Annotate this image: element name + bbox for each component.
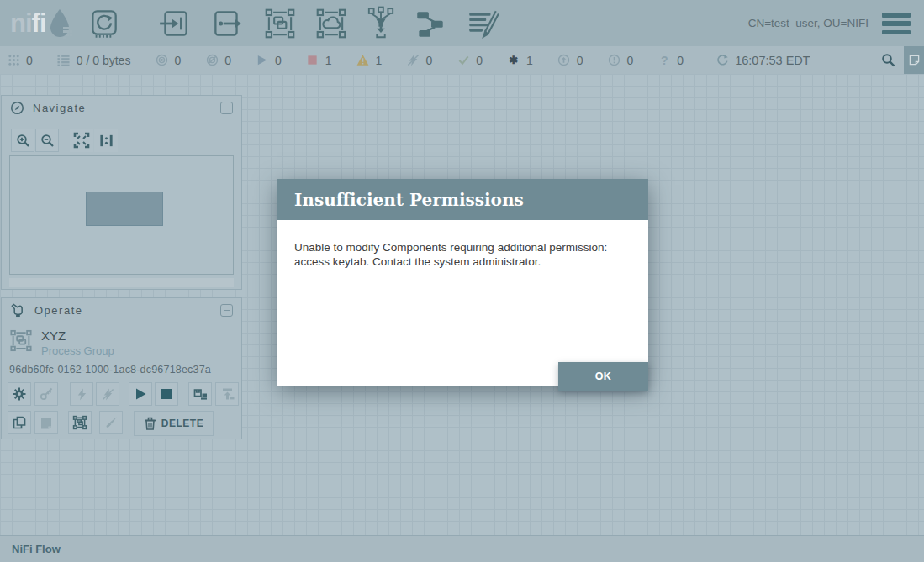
- delete-button-label: DELETE: [161, 418, 203, 429]
- stale-icon: [557, 54, 571, 67]
- birdseye-view[interactable]: [9, 155, 234, 275]
- compass-icon: [10, 101, 24, 115]
- hand-icon: [10, 302, 24, 318]
- birdseye-component-rect[interactable]: [86, 192, 163, 226]
- process-group-badge-icon: [8, 327, 34, 357]
- queued-icon: [57, 54, 71, 67]
- app-header: nifi: [0, 0, 924, 46]
- breadcrumb-nifi-flow[interactable]: NiFi Flow: [12, 543, 61, 555]
- zoom-fit-button[interactable]: [70, 129, 93, 152]
- remote-transmitting-icon: [155, 54, 168, 67]
- logo-text-ni: ni: [10, 8, 32, 39]
- nifi-droplet-icon: [48, 7, 75, 40]
- component-type: Process Group: [41, 344, 114, 357]
- navigate-collapse-button[interactable]: [220, 102, 233, 114]
- stat-invalid: 1: [356, 54, 383, 67]
- stat-value: 1: [376, 54, 383, 67]
- copy-button[interactable]: [8, 411, 31, 434]
- current-user-label: CN=test_user, OU=NIFI: [748, 0, 869, 46]
- zoom-out-button[interactable]: [35, 129, 59, 152]
- stat-value: 0: [677, 54, 684, 67]
- dialog-header: Insufficient Permissions: [277, 179, 648, 220]
- component-id: 96db60fc-0162-1000-1ac8-dc96718ec37a: [9, 364, 211, 376]
- upload-template-button: [215, 382, 239, 406]
- disabled-icon: [406, 54, 420, 67]
- save-template-button[interactable]: [188, 382, 212, 406]
- stat-value: 0: [627, 54, 634, 67]
- stat-queued: 0 / 0 bytes: [57, 54, 131, 67]
- dialog-message: Unable to modify Components requiring ad…: [294, 240, 631, 269]
- start-button[interactable]: [129, 382, 152, 406]
- stat-sync-failure: ? 0: [657, 54, 684, 67]
- stat-value: 0: [275, 54, 282, 67]
- stat-running: 0: [256, 54, 282, 67]
- insufficient-permissions-dialog: Insufficient Permissions Unable to modif…: [277, 179, 648, 386]
- input-port-icon[interactable]: [156, 4, 194, 43]
- global-menu-icon[interactable]: [882, 13, 911, 34]
- logo-text-fi: fi: [32, 8, 46, 39]
- locally-modified-stale-icon: [608, 54, 621, 67]
- stat-stale: 0: [557, 54, 583, 67]
- birdseye-brush[interactable]: [9, 278, 234, 287]
- paste-button: [34, 411, 58, 434]
- stat-up-to-date: 0: [457, 54, 483, 67]
- stat-locally-modified: ✱ 1: [507, 54, 533, 67]
- stat-value: 0 / 0 bytes: [77, 54, 131, 67]
- component-name: XYZ: [41, 328, 114, 343]
- sync-failure-icon: ?: [657, 54, 671, 67]
- stop-button[interactable]: [155, 382, 178, 406]
- processor-icon[interactable]: [85, 4, 124, 43]
- delete-button[interactable]: DELETE: [134, 411, 214, 436]
- stat-remote-transmitting: 0: [155, 54, 181, 67]
- refresh-time: 16:07:53 EDT: [735, 54, 810, 67]
- running-icon: [256, 54, 269, 67]
- up-to-date-icon: [457, 54, 470, 67]
- trash-icon: [144, 417, 156, 430]
- remote-not-transmitting-icon: [205, 54, 219, 67]
- operate-panel: Operate XYZ Process Group 96db60fc-0162-…: [1, 297, 242, 439]
- ok-button[interactable]: OK: [558, 362, 648, 391]
- stat-disabled: 0: [406, 54, 432, 67]
- zoom-actual-size-button[interactable]: [94, 129, 118, 152]
- process-group-icon[interactable]: [261, 4, 299, 43]
- stat-value: 0: [476, 54, 483, 67]
- nifi-app-window: nifi: [0, 0, 924, 562]
- bulletin-board-button[interactable]: [904, 46, 924, 74]
- stat-value: 0: [425, 54, 432, 67]
- stat-last-refresh: 16:07:53 EDT: [716, 54, 810, 67]
- disable-button: [96, 382, 119, 406]
- nifi-logo: nifi: [10, 6, 75, 41]
- remote-process-group-icon[interactable]: [312, 4, 351, 43]
- stat-active-threads: 0: [7, 54, 33, 67]
- active-threads-icon: [7, 54, 20, 67]
- group-button[interactable]: [68, 411, 92, 434]
- stat-value: 0: [174, 54, 181, 67]
- operate-panel-header: Operate: [2, 298, 241, 322]
- stat-stopped: 1: [306, 54, 332, 67]
- navigate-panel-header: Navigate: [2, 96, 241, 119]
- stat-value: 0: [577, 54, 583, 67]
- stopped-icon: [306, 54, 319, 67]
- selected-component: XYZ Process Group: [8, 327, 114, 357]
- invalid-icon: [356, 54, 370, 67]
- zoom-in-button[interactable]: [11, 129, 34, 152]
- enable-button: [70, 382, 93, 406]
- operate-collapse-button[interactable]: [220, 304, 233, 317]
- stat-value: 0: [26, 54, 33, 67]
- navigate-panel: Navigate: [1, 95, 242, 290]
- bulletin-note-icon: [909, 55, 920, 66]
- breadcrumb-bar: NiFi Flow: [0, 535, 924, 562]
- search-button[interactable]: [872, 46, 904, 74]
- stat-value: 1: [325, 54, 332, 67]
- navigate-panel-title: Navigate: [33, 102, 86, 114]
- stat-value: 0: [224, 54, 231, 67]
- fill-color-button: [99, 411, 123, 434]
- access-policies-button: [34, 382, 58, 406]
- funnel-icon[interactable]: [362, 4, 400, 43]
- dialog-title: Insufficient Permissions: [294, 190, 524, 210]
- locally-modified-icon: ✱: [507, 54, 520, 67]
- label-icon[interactable]: [463, 4, 502, 43]
- template-icon[interactable]: [411, 4, 450, 43]
- output-port-icon[interactable]: [208, 4, 246, 43]
- configure-button[interactable]: [8, 382, 31, 406]
